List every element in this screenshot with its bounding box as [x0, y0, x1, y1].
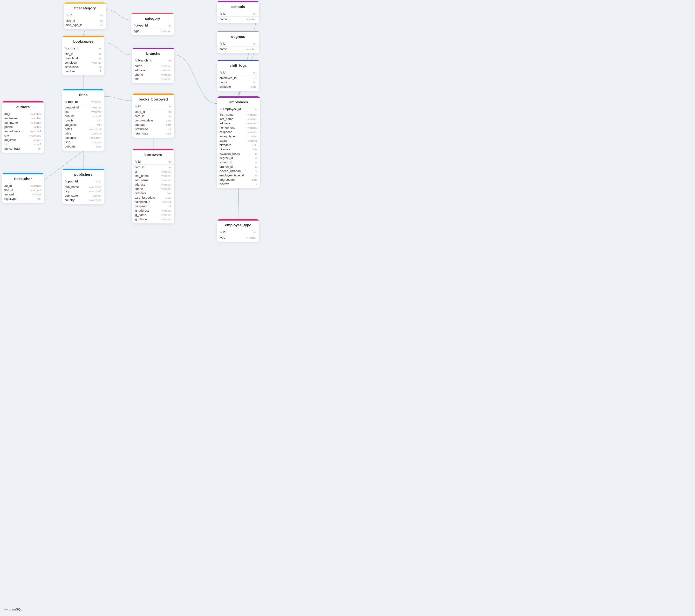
table-row: ytd_salesint? — [62, 123, 104, 127]
table-row: namenvarchar — [132, 64, 174, 68]
table-header-titles: titles — [62, 89, 104, 99]
field-type: int — [91, 14, 103, 17]
pk-icon: 🔍 — [65, 180, 68, 183]
field-name: isbn — [65, 141, 88, 144]
field-type: date — [159, 119, 171, 122]
table-authors: authorsau_invarcharau_lnamenvarcharau_fn… — [2, 101, 44, 153]
table-row: isexpiredbit — [132, 204, 174, 209]
field-type: int — [89, 47, 102, 50]
field-type: nvarchar — [159, 65, 171, 68]
field-type: date — [244, 85, 256, 88]
field-type: nvarchar — [245, 122, 257, 125]
field-name: birthdate — [219, 143, 244, 147]
table-header-branchs: branchs — [132, 48, 174, 57]
field-name: address — [219, 122, 244, 125]
field-name: first_name — [135, 174, 158, 178]
field-name: au_fname — [4, 121, 28, 124]
field-name: phone — [4, 125, 28, 129]
field-name: 🔍pub_id — [65, 180, 88, 183]
field-name: 🔍id — [66, 14, 90, 17]
table-header-category: category — [132, 13, 174, 22]
table-row: duedatedate — [132, 123, 174, 127]
field-type: bit — [245, 183, 257, 186]
table-row: prequel_idnvarchar — [62, 105, 104, 110]
field-type: int — [89, 57, 102, 60]
table-row: au_contractbit — [2, 146, 44, 151]
field-name: vacation_hours — [219, 152, 244, 156]
table-employees: employees🔍employee_idintfirst_namenvarch… — [217, 96, 260, 188]
field-name: title_id — [4, 189, 28, 192]
field-name: birthdate — [135, 192, 158, 195]
table-row: employee_idint — [217, 76, 259, 80]
field-type: int — [244, 12, 256, 15]
table-row: vacation_hoursint — [217, 152, 260, 156]
field-name: au_ord — [4, 193, 28, 196]
table-row: copy_idint — [132, 110, 174, 114]
table-row: birthdatedate — [132, 191, 174, 195]
field-name: salary_type — [219, 135, 244, 138]
table-row: au_invarchar — [2, 112, 44, 116]
table-row: lg_phonenvarchar — [132, 217, 174, 222]
field-name: last_name — [219, 117, 244, 121]
field-name: card_issuedate — [135, 196, 158, 199]
field-type: int — [89, 53, 102, 55]
field-type: nvarchar — [89, 101, 102, 103]
table-row: returndatedate — [132, 131, 174, 136]
field-type: int — [245, 165, 257, 168]
field-type: int? — [89, 123, 102, 126]
table-row: title_idint — [62, 52, 104, 56]
field-type: bit — [159, 128, 171, 130]
table-row: 🔍pub_idnchar — [62, 179, 104, 183]
table-row: employee_type_idint — [217, 173, 260, 178]
field-name: pubdate — [65, 145, 88, 148]
field-name: last_name — [135, 179, 158, 182]
field-name: au_address — [4, 130, 28, 133]
table-publishers: publishers🔍pub_idncharpub_namenvarchar?c… — [62, 169, 104, 204]
table-row: countrynvarchar? — [62, 198, 104, 202]
table-row: title_type_idint — [64, 23, 106, 27]
table-row: last_namenvarchar — [132, 178, 174, 182]
table-row: pub_statenchar? — [62, 194, 104, 198]
pk-icon: 🔍 — [219, 13, 222, 15]
pk-icon: 🔍 — [219, 71, 222, 74]
field-name: card_id — [135, 165, 158, 169]
field-type: int — [159, 105, 171, 108]
field-type: nvarchar — [158, 30, 171, 33]
table-row: last_namenvarchar — [217, 117, 260, 121]
field-type: int — [91, 24, 103, 27]
table-row: notesnvarchar? — [62, 127, 104, 131]
field-type: nvarchar — [159, 179, 171, 182]
field-name: 🔍id — [135, 105, 158, 108]
field-name: isactive — [65, 70, 88, 73]
table-row: 🔍type_idint — [132, 23, 174, 28]
field-type: bit — [29, 147, 41, 150]
table-row: 🔍idint — [217, 41, 259, 46]
field-name: copy_id — [135, 110, 158, 113]
field-name: address — [135, 183, 158, 186]
table-header-employees: employees — [217, 96, 260, 106]
field-type: nvarchar? — [29, 130, 41, 133]
field-name: returndate — [135, 132, 158, 135]
table-row: title_idint — [64, 19, 106, 23]
field-type: nvarchar — [29, 112, 41, 116]
field-name: city — [65, 190, 88, 193]
table-row: lg_namenvarchar — [132, 213, 174, 217]
field-type: bit — [89, 70, 102, 73]
field-name: branch_id — [219, 165, 244, 169]
table-row: namenvarchar — [217, 47, 259, 51]
field-name: ytd_sales — [65, 123, 88, 126]
field-name: notes — [65, 127, 88, 131]
field-type: tinyint? — [29, 193, 41, 196]
field-name: school_id — [219, 161, 244, 164]
field-name: name — [135, 64, 158, 68]
field-type: int — [91, 19, 103, 22]
field-type: nvarchar — [159, 170, 171, 173]
table-row: 🔍title_idnvarchar — [62, 100, 104, 104]
table-row: au_ordtinyint? — [2, 192, 44, 197]
field-type: decimal — [159, 200, 171, 204]
table-shift_logs: shift_logs🔍idintemployee_idinthoursintsh… — [217, 60, 259, 91]
table-row: phonenvarchar — [132, 73, 174, 77]
table-row: isavailablebit — [62, 65, 104, 69]
table-titleauthor: titleauthorau_idnvarchartitle_idnvarchar… — [2, 173, 44, 203]
field-name: phone — [135, 73, 158, 76]
